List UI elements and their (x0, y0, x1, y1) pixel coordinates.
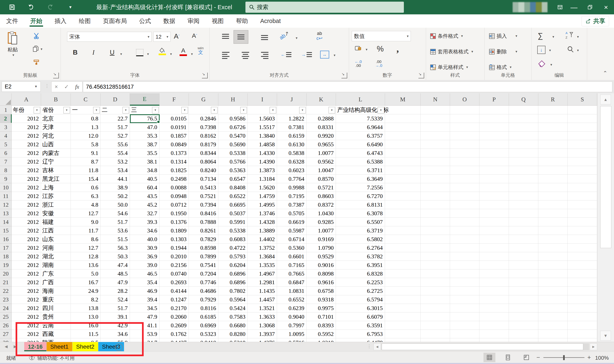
cell-L2[interactable]: 7.5339 (336, 114, 385, 123)
decrease-font-size-button[interactable]: Aˇ (192, 32, 197, 39)
cell-E11[interactable]: 43.5 (130, 192, 159, 200)
cell-L15[interactable]: 6.3719 (336, 226, 385, 235)
row-header-24[interactable]: 24 (0, 304, 12, 312)
formula-input[interactable]: 76.4563128516617 (83, 81, 612, 92)
format-cells-button[interactable]: 格式▾ (489, 64, 512, 71)
cell-N13[interactable] (421, 209, 450, 218)
cell-E1[interactable]: 三▼ (130, 106, 159, 114)
cell-S6[interactable] (568, 149, 597, 157)
accounting-format-button[interactable] (355, 45, 362, 52)
cell-P20[interactable] (479, 269, 509, 278)
cell-G27[interactable]: 0.5323 (189, 330, 218, 338)
filter-button-G[interactable]: ▼ (211, 107, 218, 114)
cell-C14[interactable]: 9.0 (71, 218, 101, 226)
cell-M17[interactable] (385, 244, 421, 252)
cell-P19[interactable] (479, 261, 509, 269)
cell-N21[interactable] (421, 278, 450, 287)
cell-I26[interactable]: 1.3068 (248, 321, 277, 330)
cell-E16[interactable]: 40.0 (130, 235, 159, 244)
save-icon[interactable] (7, 2, 17, 12)
cell-D8[interactable]: 53.4 (101, 166, 130, 175)
row-header-10[interactable]: 10 (0, 183, 12, 192)
cell-E12[interactable]: 45.2 (130, 200, 159, 209)
cell-G13[interactable]: 0.8416 (189, 209, 218, 218)
cell-J16[interactable]: 0.6714 (277, 235, 307, 244)
cell-S24[interactable] (568, 304, 597, 312)
cell-O7[interactable] (450, 157, 479, 166)
cell-E24[interactable]: 34.5 (130, 304, 159, 312)
cell-N26[interactable] (421, 321, 450, 330)
cell-B1[interactable]: 省份▼ (41, 106, 71, 114)
cell-O15[interactable] (450, 226, 479, 235)
cell-H1[interactable]: ▼ (218, 106, 248, 114)
cell-S19[interactable] (568, 261, 597, 269)
column-header-I[interactable]: I (248, 93, 277, 106)
cell-M18[interactable] (385, 252, 421, 261)
filter-button-A[interactable]: ▼ (34, 107, 40, 114)
cell-S9[interactable] (568, 175, 597, 183)
filter-button-D[interactable]: ▼ (122, 107, 129, 114)
number-format-select[interactable]: 数值▾ (352, 31, 411, 41)
cell-K8[interactable]: 1.0047 (307, 166, 336, 175)
cell-O24[interactable] (450, 304, 479, 312)
cell-L25[interactable]: 6.6079 (336, 312, 385, 321)
font-color-button[interactable]: A (180, 47, 187, 56)
cell-R9[interactable] (538, 175, 568, 183)
cell-D17[interactable]: 56.3 (101, 244, 130, 252)
row-header-23[interactable]: 23 (0, 295, 12, 304)
cell-I11[interactable]: 1.4759 (248, 192, 277, 200)
cell-F2[interactable]: 0.0105 (159, 114, 189, 123)
cell-J23[interactable]: 0.6552 (277, 295, 307, 304)
cell-P21[interactable] (479, 278, 509, 287)
cell-R10[interactable] (538, 183, 568, 192)
cell-Q6[interactable] (509, 149, 538, 157)
cell-S28[interactable] (568, 338, 597, 342)
copy-button[interactable]: ▾ (32, 45, 42, 53)
cell-B3[interactable]: 天津 (41, 123, 71, 131)
cell-G25[interactable]: 0.6185 (189, 312, 218, 321)
cell-A19[interactable]: 2012 (12, 261, 41, 269)
cell-G10[interactable]: 0.5413 (189, 183, 218, 192)
cell-Q23[interactable] (509, 295, 538, 304)
cell-F13[interactable]: 0.1950 (159, 209, 189, 218)
cell-B5[interactable]: 山西 (41, 140, 71, 149)
cell-L23[interactable]: 6.5794 (336, 295, 385, 304)
cell-M9[interactable] (385, 175, 421, 183)
row-header-17[interactable]: 17 (0, 244, 12, 252)
cell-J21[interactable]: 0.6847 (277, 278, 307, 287)
cell-B22[interactable]: 海南 (41, 287, 71, 295)
cell-N27[interactable] (421, 330, 450, 338)
cell-B10[interactable]: 上海 (41, 183, 71, 192)
column-header-R[interactable]: R (538, 93, 568, 106)
cell-G11[interactable]: 0.7521 (189, 192, 218, 200)
cell-B19[interactable]: 湖南 (41, 261, 71, 269)
cell-D28[interactable]: 55.9 (101, 338, 130, 342)
cell-S27[interactable] (568, 330, 597, 338)
cell-D21[interactable]: 47.9 (101, 278, 130, 287)
cell-B17[interactable]: 河南 (41, 244, 71, 252)
cell-L20[interactable]: 6.8328 (336, 269, 385, 278)
cell-M24[interactable] (385, 304, 421, 312)
font-name-select[interactable]: 宋体▾ (67, 32, 152, 42)
sort-filter-button[interactable]: AZ (565, 31, 573, 39)
cell-Q16[interactable] (509, 235, 538, 244)
cell-M13[interactable] (385, 209, 421, 218)
cell-K25[interactable]: 0.7101 (307, 312, 336, 321)
page-layout-view-button[interactable] (502, 353, 514, 362)
cell-C13[interactable]: 12.7 (71, 209, 101, 218)
column-header-D[interactable]: D (101, 93, 130, 106)
vertical-scrollbar[interactable]: ▲ ▼ (597, 93, 614, 342)
increase-decimal-button[interactable]: ←.0 .00 (355, 60, 362, 67)
cell-J24[interactable]: 0.6239 (277, 304, 307, 312)
cell-H21[interactable]: 0.6896 (218, 278, 248, 287)
align-left-button[interactable] (222, 52, 229, 59)
cell-H28[interactable]: 0.5218 (218, 338, 248, 342)
cell-K14[interactable]: 0.9285 (307, 218, 336, 226)
column-header-E[interactable]: E (130, 93, 159, 106)
cell-F11[interactable]: 0.0948 (159, 192, 189, 200)
cell-Q19[interactable] (509, 261, 538, 269)
align-center-button[interactable] (242, 52, 249, 59)
undo-icon[interactable] (26, 2, 36, 12)
cell-C1[interactable]: 一▼ (71, 106, 101, 114)
filter-button-H[interactable]: ▼ (240, 107, 247, 114)
